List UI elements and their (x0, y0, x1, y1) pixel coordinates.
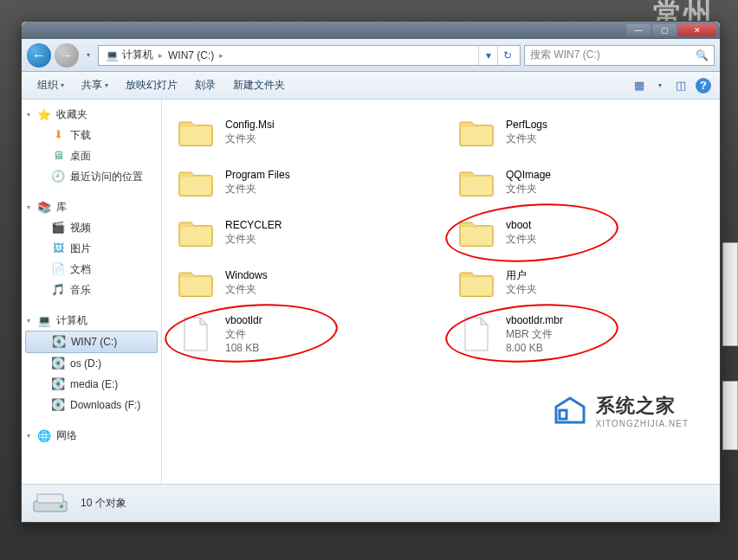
file-item-Windows[interactable]: Windows文件夹 (169, 259, 432, 306)
folder-icon (456, 213, 497, 251)
folder-icon (456, 263, 497, 301)
item-label: 下载 (70, 127, 91, 143)
toolbar-组织[interactable]: 组织▾ (30, 75, 71, 95)
explorer-window: — ▢ ✕ ← → ▾ 💻 计算机 ▸ WIN7 (C:) ▸ ▾ ↻ 搜索 W… (21, 21, 721, 523)
file-name: Config.Msi (225, 118, 275, 132)
file-name: vboot (506, 218, 537, 232)
file-item-vbootldr.mbr[interactable]: vbootldr.mbrMBR 文件8.00 KB (450, 309, 713, 359)
group-icon: ⭐ (37, 108, 51, 122)
search-placeholder: 搜索 WIN7 (C:) (530, 48, 600, 62)
item-label: 图片 (70, 241, 91, 256)
group-icon: 📚 (37, 201, 51, 215)
sidebar-item-视频[interactable]: 🎬视频 (22, 217, 161, 238)
group-label: 收藏夹 (56, 107, 87, 122)
file-item-Config.Msi[interactable]: Config.Msi文件夹 (169, 108, 432, 155)
svg-point-2 (60, 505, 63, 508)
help-button[interactable]: ? (696, 78, 711, 93)
file-item-vboot[interactable]: vboot文件夹 (450, 209, 713, 255)
sidebar-item-Downloads (F:)[interactable]: 💽Downloads (F:) (22, 395, 161, 415)
titlebar: — ▢ ✕ (22, 22, 720, 39)
item-icon: 💽 (51, 357, 65, 370)
sidebar-item-WIN7 (C:)[interactable]: 💽WIN7 (C:) (25, 331, 158, 353)
sidebar-item-下载[interactable]: ⬇下载 (22, 125, 161, 145)
address-bar[interactable]: 💻 计算机 ▸ WIN7 (C:) ▸ ▾ ↻ (98, 45, 521, 66)
sidebar-item-桌面[interactable]: 🖥桌面 (22, 145, 161, 166)
folder-icon (175, 213, 217, 251)
file-name: Windows (225, 268, 268, 282)
file-item-PerfLogs[interactable]: PerfLogs文件夹 (450, 108, 713, 155)
toolbar-label: 新建文件夹 (233, 78, 285, 93)
watermark: 系统之家 XITONGZHIJIA.NET (551, 393, 689, 428)
file-item-用户[interactable]: 用户文件夹 (450, 259, 713, 306)
sidebar-item-图片[interactable]: 🖼图片 (22, 238, 161, 259)
file-item-RECYCLER[interactable]: RECYCLER文件夹 (169, 209, 432, 255)
chevron-down-icon: ▾ (105, 81, 108, 89)
toolbar-放映幻灯片[interactable]: 放映幻灯片 (119, 75, 184, 95)
item-label: Downloads (F:) (70, 397, 140, 413)
item-icon: 💽 (51, 377, 65, 391)
file-size: 108 KB (225, 341, 262, 355)
status-bar: 10 个对象 (22, 484, 720, 522)
computer-icon: 💻 (106, 49, 119, 61)
folder-icon (175, 163, 217, 201)
file-type: 文件夹 (506, 132, 547, 145)
toolbar-label: 共享 (81, 78, 102, 93)
preview-pane-button[interactable]: ◫ (670, 76, 692, 95)
breadcrumb-drive[interactable]: WIN7 (C:) (165, 49, 217, 61)
sidebar-group-网络[interactable]: ▾🌐网络 (22, 426, 161, 446)
sidebar-item-文档[interactable]: 📄文档 (22, 259, 161, 280)
expand-icon: ▾ (27, 317, 30, 325)
toolbar-共享[interactable]: 共享▾ (74, 75, 115, 95)
history-dropdown[interactable]: ▾ (82, 45, 94, 66)
item-icon: 🕘 (51, 170, 65, 183)
group-label: 库 (56, 200, 67, 215)
minimize-button[interactable]: — (626, 24, 651, 36)
sidebar-group-库[interactable]: ▾📚库 (22, 197, 161, 217)
forward-button[interactable]: → (55, 43, 79, 68)
toolbar-label: 刻录 (195, 78, 216, 93)
expand-icon: ▾ (27, 111, 30, 119)
file-name: vbootldr.mbr (506, 313, 563, 327)
file-item-Program Files[interactable]: Program Files文件夹 (169, 158, 432, 205)
sidebar-item-os (D:)[interactable]: 💽os (D:) (22, 353, 161, 374)
toolbar-label: 组织 (37, 78, 58, 93)
file-type: 文件夹 (225, 232, 282, 246)
breadcrumb-sep-icon[interactable]: ▸ (217, 51, 225, 60)
file-item-QQImage[interactable]: QQImage文件夹 (450, 158, 713, 205)
file-list-pane[interactable]: Config.Msi文件夹PerfLogs文件夹Program Files文件夹… (162, 100, 720, 484)
file-name: 用户 (506, 268, 537, 282)
close-button[interactable]: ✕ (678, 24, 716, 36)
search-input[interactable]: 搜索 WIN7 (C:) 🔍 (524, 45, 715, 66)
breadcrumb-label: 计算机 (122, 48, 153, 62)
sidebar-group-计算机[interactable]: ▾💻计算机 (22, 311, 161, 331)
view-mode-button[interactable]: ▦ (628, 76, 651, 95)
chevron-down-icon: ▾ (61, 81, 64, 89)
address-dropdown-icon[interactable]: ▾ (478, 46, 497, 65)
breadcrumb-sep-icon[interactable]: ▸ (157, 51, 165, 60)
watermark-title: 系统之家 (596, 395, 676, 416)
maximize-button[interactable]: ▢ (652, 24, 676, 36)
file-name: QQImage (506, 168, 551, 182)
breadcrumb-label: WIN7 (C:) (168, 49, 214, 61)
file-name: vbootldr (225, 313, 262, 327)
file-type: 文件夹 (225, 132, 275, 145)
folder-icon (175, 113, 217, 151)
sidebar-group-收藏夹[interactable]: ▾⭐收藏夹 (22, 105, 161, 125)
refresh-button[interactable]: ↻ (497, 46, 516, 65)
sidebar-item-media (E:)[interactable]: 💽media (E:) (22, 374, 161, 395)
file-item-vbootldr[interactable]: vbootldr文件108 KB (169, 309, 432, 359)
toolbar-新建文件夹[interactable]: 新建文件夹 (226, 75, 292, 95)
item-icon: 🎬 (51, 221, 65, 235)
toolbar-刻录[interactable]: 刻录 (188, 75, 223, 95)
file-type: 文件夹 (506, 232, 537, 246)
item-label: 最近访问的位置 (70, 169, 143, 184)
view-mode-dropdown[interactable]: ▾ (654, 76, 666, 95)
breadcrumb-computer[interactable]: 💻 计算机 (102, 48, 157, 62)
back-button[interactable]: ← (27, 43, 51, 68)
sidebar-item-音乐[interactable]: 🎵音乐 (22, 280, 161, 300)
file-size: 8.00 KB (506, 341, 563, 355)
file-icon (456, 315, 497, 353)
sidebar-item-最近访问的位置[interactable]: 🕘最近访问的位置 (22, 166, 161, 187)
background-window-2 (722, 381, 738, 450)
file-type: 文件夹 (225, 182, 290, 196)
